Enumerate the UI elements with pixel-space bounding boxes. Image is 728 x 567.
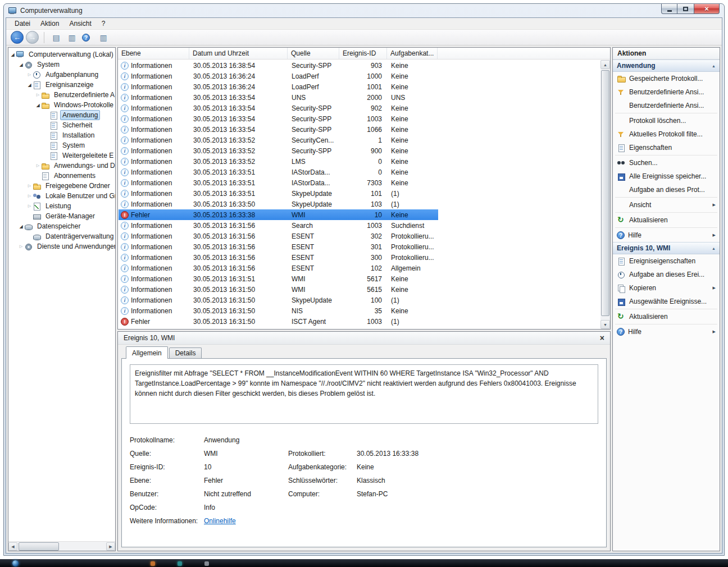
action-suchen[interactable]: Suchen...: [613, 156, 720, 170]
column-header-aufgabenkat[interactable]: Aufgabenkat...: [387, 48, 438, 59]
action-alle-ereignisse-speicher[interactable]: Alle Ereignisse speicher...: [613, 170, 720, 183]
taskbar[interactable]: [0, 559, 728, 567]
forward-button[interactable]: →: [26, 31, 39, 44]
expand-icon[interactable]: ▷: [26, 72, 33, 77]
scroll-right-button[interactable]: ▶: [106, 542, 115, 551]
tab-allgemein[interactable]: Allgemein: [126, 346, 168, 359]
tree-item-weitergeleitete-e[interactable]: Weitergeleitete E: [8, 150, 115, 161]
expand-icon[interactable]: ▷: [26, 184, 33, 188]
menu-datei[interactable]: Datei: [10, 18, 35, 29]
event-row[interactable]: iInformationen30.05.2013 16:33:50SkypeUp…: [119, 199, 438, 209]
start-button[interactable]: [12, 560, 19, 566]
event-row[interactable]: iInformationen30.05.2013 16:31:56ESENT30…: [119, 231, 438, 241]
action-ausgewählte-ereignisse[interactable]: Ausgewählte Ereignisse...: [613, 295, 720, 308]
tree-item-anwendungs-und-d[interactable]: ▷Anwendungs- und D: [8, 161, 115, 171]
tree-item-abonnements[interactable]: Abonnements: [8, 171, 115, 181]
action-eigenschaften[interactable]: Eigenschaften: [613, 141, 720, 154]
event-row[interactable]: iInformationen30.05.2013 16:33:54Securit…: [119, 103, 438, 113]
tree-item-leistung[interactable]: ▷Leistung: [8, 201, 115, 211]
collapse-icon[interactable]: ◢: [26, 83, 33, 88]
action-gespeicherte-protokoll[interactable]: Gespeicherte Protokoll...: [613, 72, 720, 85]
action-ereigniseigenschaften[interactable]: Ereigniseigenschaften: [613, 254, 720, 268]
event-row[interactable]: iInformationen30.05.2013 16:33:54Securit…: [119, 124, 438, 135]
action-aktualisieren[interactable]: Aktualisieren: [613, 213, 720, 227]
expand-icon[interactable]: ▷: [35, 93, 41, 97]
column-header-ereignis-id[interactable]: Ereignis-ID: [339, 48, 387, 59]
action-hilfe[interactable]: Hilfe▶: [613, 228, 720, 242]
close-details-icon[interactable]: ×: [600, 334, 604, 342]
export-list-button[interactable]: ▤: [49, 31, 63, 44]
menu-aktion[interactable]: Aktion: [35, 18, 64, 29]
tree-item-system[interactable]: System: [8, 140, 115, 150]
event-row[interactable]: !Fehler30.05.2013 16:31:50ISCT Agent1003…: [119, 316, 438, 327]
event-row[interactable]: iInformationen30.05.2013 16:31:56ESENT10…: [119, 263, 438, 273]
scroll-thumb[interactable]: [19, 542, 59, 551]
event-row[interactable]: iInformationen30.05.2013 16:31:56Search1…: [119, 220, 438, 231]
expand-icon[interactable]: ▷: [18, 244, 24, 249]
scroll-up-button[interactable]: ▲: [600, 60, 610, 69]
menu-ansicht[interactable]: Ansicht: [64, 18, 96, 29]
online-help-link[interactable]: Onlinehilfe: [204, 517, 288, 525]
action-benutzerdefinierte-ansi[interactable]: Benutzerdefinierte Ansi...: [613, 99, 720, 112]
event-row[interactable]: iInformationen30.05.2013 16:31:51WMI5617…: [119, 273, 438, 284]
taskbar-item[interactable]: [204, 561, 209, 566]
event-row[interactable]: iInformationen30.05.2013 16:36:24LoadPer…: [119, 81, 438, 92]
tree-item-datenträgerverwaltung[interactable]: Datenträgerverwaltung: [8, 231, 115, 241]
event-row[interactable]: iInformationen30.05.2013 16:33:51SkypeUp…: [119, 188, 438, 199]
collapse-icon[interactable]: ◢: [18, 62, 24, 67]
event-row[interactable]: iInformationen30.05.2013 16:31:56ESENT30…: [119, 252, 438, 263]
actions-section-ereignis-10-wmi[interactable]: Ereignis 10, WMI▲: [613, 242, 720, 254]
actions-section-anwendung[interactable]: Anwendung▲: [613, 60, 720, 72]
event-row[interactable]: iInformationen30.05.2013 16:33:54Securit…: [119, 113, 438, 124]
tree-horizontal-scrollbar[interactable]: ◀ ▶: [8, 541, 115, 551]
event-row[interactable]: iInformationen30.05.2013 16:33:52LMS0Kei…: [119, 156, 438, 167]
action-aufgabe-an-dieses-prot[interactable]: Aufgabe an dieses Prot...: [613, 183, 720, 196]
taskbar-item[interactable]: [178, 561, 182, 566]
tree-item-lokale-benutzer-und-gr[interactable]: ▷Lokale Benutzer und Gr: [8, 191, 115, 201]
tree-item-freigegebene-ordner[interactable]: ▷Freigegebene Ordner: [8, 181, 115, 191]
column-header-ebene[interactable]: Ebene: [118, 48, 189, 59]
column-header-datum-und-uhrzeit[interactable]: Datum und Uhrzeit: [189, 48, 288, 59]
tab-details[interactable]: Details: [169, 347, 202, 358]
scroll-thumb[interactable]: [601, 70, 609, 316]
event-row[interactable]: iInformationen30.05.2013 16:31:50WMI5615…: [119, 284, 438, 295]
event-row[interactable]: iInformationen30.05.2013 16:36:24LoadPer…: [119, 71, 438, 81]
titlebar[interactable]: Computerverwaltung ×: [4, 4, 724, 17]
expand-icon[interactable]: ▷: [35, 163, 41, 168]
taskbar-item[interactable]: [151, 561, 155, 566]
event-row[interactable]: !Fehler30.05.2013 16:33:38WMI10Keine: [119, 209, 438, 220]
column-header-quelle[interactable]: Quelle: [288, 48, 339, 59]
tree-item-datenspeicher[interactable]: ◢Datenspeicher: [8, 221, 115, 231]
event-row[interactable]: iInformationen30.05.2013 16:31:50SkypeUp…: [119, 295, 438, 305]
console-tree-toggle-button[interactable]: ▥: [65, 31, 79, 44]
tree-item-system[interactable]: ◢System: [8, 60, 115, 70]
action-kopieren[interactable]: Kopieren▶: [613, 281, 720, 295]
scroll-left-button[interactable]: ◀: [8, 542, 17, 551]
tree-item-ereignisanzeige[interactable]: ◢Ereignisanzeige: [8, 80, 115, 90]
tree-item-aufgabenplanung[interactable]: ▷Aufgabenplanung: [8, 70, 115, 80]
minimize-button[interactable]: [661, 4, 677, 14]
collapse-icon[interactable]: ◢: [10, 52, 16, 57]
tree-item-dienste-und-anwendungen[interactable]: ▷Dienste und Anwendungen: [8, 241, 115, 252]
scroll-down-button[interactable]: ▼: [600, 320, 610, 329]
help-button[interactable]: [81, 31, 94, 44]
tree-item-anwendung[interactable]: Anwendung: [8, 110, 115, 120]
action-benutzerdefinierte-ansi[interactable]: Benutzerdefinierte Ansi...: [613, 85, 720, 99]
events-vertical-scrollbar[interactable]: ▲ ▼: [600, 60, 610, 329]
action-aktualisieren[interactable]: Aktualisieren: [613, 310, 720, 323]
action-aufgabe-an-dieses-erei[interactable]: Aufgabe an dieses Erei...: [613, 268, 720, 281]
event-row[interactable]: iInformationen30.05.2013 16:31:50NIS35Ke…: [119, 305, 438, 316]
action-pane-toggle-button[interactable]: ▥: [97, 31, 110, 44]
tree-item-computerverwaltung-lokal[interactable]: ◢Computerverwaltung (Lokal): [8, 49, 115, 60]
event-row[interactable]: iInformationen30.05.2013 16:33:51IAStorD…: [119, 167, 438, 177]
close-button[interactable]: ×: [694, 4, 720, 14]
maximize-button[interactable]: [677, 4, 694, 14]
tree-item-geräte-manager[interactable]: Geräte-Manager: [8, 211, 115, 221]
tree-item-sicherheit[interactable]: Sicherheit: [8, 120, 115, 130]
event-row[interactable]: iInformationen30.05.2013 16:31:56ESENT30…: [119, 241, 438, 252]
event-row[interactable]: iInformationen30.05.2013 16:38:54Securit…: [119, 60, 438, 71]
action-ansicht[interactable]: Ansicht▶: [613, 198, 720, 212]
action-hilfe[interactable]: Hilfe▶: [613, 325, 720, 339]
event-row[interactable]: iInformationen30.05.2013 16:33:52Securit…: [119, 145, 438, 156]
collapse-icon[interactable]: ◢: [18, 224, 24, 229]
